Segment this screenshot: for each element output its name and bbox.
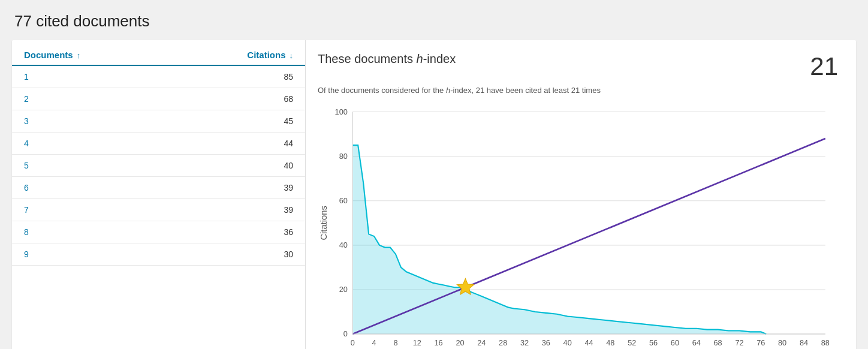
doc-number[interactable]: 1 <box>24 72 29 82</box>
table-row: 9 30 <box>12 243 305 266</box>
svg-text:88: 88 <box>821 339 830 347</box>
svg-text:36: 36 <box>542 339 550 347</box>
table-header: Documents Citations <box>12 40 305 66</box>
doc-number[interactable]: 3 <box>24 116 29 126</box>
page-title: 77 cited documents <box>12 12 856 31</box>
svg-text:28: 28 <box>499 339 507 347</box>
table-body: 1 85 2 68 3 45 4 44 5 40 6 39 7 39 8 36 … <box>12 66 305 266</box>
citations-value: 44 <box>284 139 293 148</box>
citations-sort-desc-icon <box>290 50 294 60</box>
svg-text:40: 40 <box>563 339 572 347</box>
citations-value: 45 <box>284 116 293 126</box>
svg-text:80: 80 <box>778 339 786 347</box>
documents-header[interactable]: Documents <box>24 50 80 60</box>
svg-text:24: 24 <box>477 339 486 347</box>
doc-number[interactable]: 2 <box>24 94 29 104</box>
h-index-description: Of the documents considered for the h-in… <box>318 86 838 95</box>
h-index-chart: 0204060801000481216202428323640444852566… <box>318 104 838 349</box>
svg-text:52: 52 <box>628 339 636 347</box>
svg-text:60: 60 <box>339 197 348 205</box>
doc-number[interactable]: 8 <box>24 227 29 237</box>
citations-value: 40 <box>284 161 293 170</box>
svg-text:100: 100 <box>335 108 348 116</box>
table-row: 5 40 <box>12 155 305 177</box>
citations-value: 68 <box>284 94 293 104</box>
citations-value: 39 <box>284 205 293 215</box>
doc-number[interactable]: 9 <box>24 249 29 259</box>
svg-text:64: 64 <box>692 339 701 347</box>
svg-text:84: 84 <box>800 339 808 347</box>
table-row: 8 36 <box>12 221 305 243</box>
svg-text:0: 0 <box>343 330 348 338</box>
svg-text:44: 44 <box>584 339 593 347</box>
citations-header[interactable]: Citations <box>247 50 293 60</box>
svg-text:72: 72 <box>735 339 743 347</box>
documents-sort-asc-icon <box>77 50 81 60</box>
svg-text:20: 20 <box>456 339 464 347</box>
table-panel: Documents Citations 1 85 2 68 3 45 4 44 <box>12 40 306 349</box>
svg-text:60: 60 <box>671 339 679 347</box>
table-row: 4 44 <box>12 133 305 155</box>
svg-text:56: 56 <box>649 339 658 347</box>
chart-panel: These documents h-index 21 Of the docume… <box>306 40 856 349</box>
table-row: 6 39 <box>12 177 305 199</box>
svg-text:80: 80 <box>339 152 348 161</box>
h-index-title: These documents h-index <box>318 52 456 66</box>
svg-text:40: 40 <box>339 241 348 249</box>
citations-value: 30 <box>284 249 293 259</box>
doc-number[interactable]: 4 <box>24 139 29 148</box>
svg-text:16: 16 <box>435 339 443 347</box>
table-row: 7 39 <box>12 199 305 221</box>
card: Documents Citations 1 85 2 68 3 45 4 44 <box>12 40 856 349</box>
table-row: 2 68 <box>12 88 305 110</box>
citations-value: 36 <box>284 227 293 237</box>
doc-number[interactable]: 6 <box>24 183 29 192</box>
doc-number[interactable]: 5 <box>24 161 29 170</box>
svg-text:4: 4 <box>372 339 376 347</box>
svg-line-6 <box>352 139 825 334</box>
h-index-value: 21 <box>810 52 838 81</box>
doc-number[interactable]: 7 <box>24 205 29 215</box>
svg-text:20: 20 <box>339 285 348 294</box>
table-row: 1 85 <box>12 66 305 88</box>
svg-text:32: 32 <box>520 339 529 347</box>
svg-text:68: 68 <box>714 339 722 347</box>
svg-text:48: 48 <box>606 339 614 347</box>
svg-text:Citations: Citations <box>319 206 328 240</box>
table-row: 3 45 <box>12 110 305 133</box>
main-container: 77 cited documents Documents Citations 1… <box>12 12 856 349</box>
chart-container: 0204060801000481216202428323640444852566… <box>318 104 838 349</box>
svg-text:12: 12 <box>413 339 421 347</box>
chart-header: These documents h-index 21 <box>318 52 838 81</box>
citations-value: 39 <box>284 183 293 192</box>
svg-text:0: 0 <box>351 339 355 347</box>
svg-text:8: 8 <box>393 339 397 347</box>
svg-text:76: 76 <box>757 339 765 347</box>
citations-value: 85 <box>284 72 293 82</box>
